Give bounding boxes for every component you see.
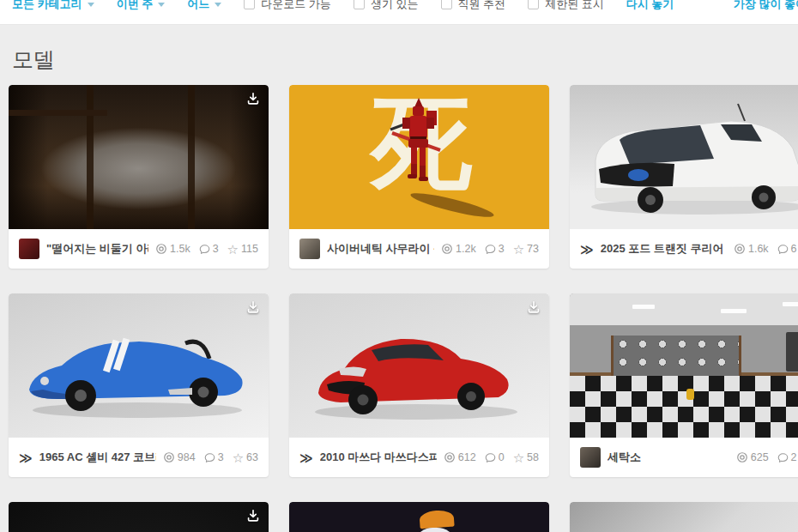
any-dropdown-label: 어느 xyxy=(187,0,209,12)
checkbox-box[interactable] xyxy=(354,0,365,9)
any-dropdown[interactable]: 어느 xyxy=(187,0,221,12)
model-thumbnail[interactable] xyxy=(9,502,269,532)
star-icon: ☆ xyxy=(513,451,524,464)
comments-icon xyxy=(777,452,789,463)
time-dropdown[interactable]: 이번 주 xyxy=(117,0,166,12)
hatchback-illustration xyxy=(289,293,549,438)
card-footer: ≫ 2025 포드 트랜짓 쿠리어 ... 1.6k 6 ☆ xyxy=(570,229,798,269)
views-stat: 612 xyxy=(444,451,476,463)
model-thumbnail[interactable] xyxy=(289,293,549,438)
time-dropdown-label: 이번 주 xyxy=(117,0,154,12)
model-card[interactable] xyxy=(9,502,269,532)
checkbox-staff-picks[interactable]: 직원 추천 xyxy=(441,0,506,12)
model-card[interactable]: "떨어지는 비둘기 아래" ... 1.5k 3 ☆115 xyxy=(9,85,269,269)
thumbnail-art xyxy=(570,376,798,438)
card-footer: 세탁소 625 2 ☆ xyxy=(570,438,798,477)
roadster-illustration xyxy=(9,293,269,438)
thumbnail-art xyxy=(419,510,454,529)
checkbox-box[interactable] xyxy=(244,0,255,9)
checkbox-label: 생기 있는 xyxy=(371,0,419,12)
views-icon xyxy=(441,243,453,255)
comments-stat: 3 xyxy=(485,243,505,255)
download-icon[interactable] xyxy=(245,508,261,523)
views-stat: 1.6k xyxy=(734,243,769,255)
model-card[interactable]: ≫ 2010 마쓰다 마쓰다스피드 3 612 0 ☆58 xyxy=(289,293,549,477)
model-stats: 625 2 ☆ xyxy=(736,451,798,464)
thumbnail-art xyxy=(188,85,195,229)
checkbox-animated[interactable]: 생기 있는 xyxy=(354,0,419,12)
model-title[interactable]: 1965 AC 셸비 427 코브라 ... xyxy=(39,450,156,465)
model-title[interactable]: "떨어지는 비둘기 아래" ... xyxy=(46,241,148,257)
model-card[interactable]: 死 xyxy=(289,85,549,269)
thumbnail-art xyxy=(721,309,747,313)
comments-icon xyxy=(777,244,789,255)
model-thumbnail[interactable] xyxy=(570,502,798,532)
page-title: 모델 xyxy=(12,45,798,74)
model-title[interactable]: 세탁소 xyxy=(608,450,729,465)
card-footer: ≫ 1965 AC 셸비 427 코브라 ... 984 3 ☆63 xyxy=(9,438,269,477)
comments-stat: 3 xyxy=(199,243,219,255)
comments-icon xyxy=(199,244,210,255)
avatar[interactable] xyxy=(299,239,320,259)
download-icon[interactable] xyxy=(245,91,261,106)
views-icon xyxy=(444,451,456,463)
views-icon xyxy=(155,243,167,255)
download-icon[interactable] xyxy=(245,299,261,315)
model-grid: "떨어지는 비둘기 아래" ... 1.5k 3 ☆115 死 xyxy=(9,85,798,532)
checkbox-restricted[interactable]: 제한된 표시 xyxy=(528,0,604,12)
category-dropdown[interactable]: 모든 카테고리 xyxy=(12,0,94,12)
model-thumbnail[interactable] xyxy=(570,293,798,438)
download-icon[interactable] xyxy=(526,299,541,315)
thumbnail-art xyxy=(403,528,467,532)
avatar[interactable] xyxy=(580,447,601,468)
model-thumbnail[interactable] xyxy=(289,502,549,532)
avatar[interactable] xyxy=(19,239,39,259)
views-stat: 1.2k xyxy=(441,243,476,255)
comments-stat: 0 xyxy=(485,451,505,463)
main-content: 모델 "떨어지는 비둘기 아래" ... 1.5k 3 ☆115 xyxy=(0,45,798,532)
model-thumbnail[interactable] xyxy=(570,85,798,229)
model-card[interactable]: ≫ 2025 포드 트랜짓 쿠리어 ... 1.6k 6 ☆ xyxy=(570,85,798,269)
model-stats: 1.2k 3 ☆73 xyxy=(441,243,539,256)
views-stat: 625 xyxy=(736,451,769,463)
model-thumbnail[interactable] xyxy=(9,293,269,438)
star-icon: ☆ xyxy=(513,243,524,256)
likes-stat: ☆58 xyxy=(513,451,539,464)
model-card[interactable]: ≫ 1965 AC 셸비 427 코브라 ... 984 3 ☆63 xyxy=(9,293,269,477)
checkbox-box[interactable] xyxy=(528,0,539,9)
checkbox-label: 제한된 표시 xyxy=(545,0,604,12)
thumbnail-art xyxy=(611,336,741,378)
sort-dropdown[interactable]: 가장 많이 좋아요 xyxy=(734,0,798,12)
chevron-down-icon xyxy=(158,3,165,7)
checkbox-downloadable[interactable]: 다운로드 가능 xyxy=(244,0,331,12)
comments-icon xyxy=(204,452,215,463)
comments-icon xyxy=(485,244,496,255)
thumbnail-art xyxy=(632,305,655,309)
checkbox-label: 다운로드 가능 xyxy=(261,0,331,12)
model-title[interactable]: 2010 마쓰다 마쓰다스피드 3 xyxy=(320,450,437,465)
category-dropdown-label: 모든 카테고리 xyxy=(12,0,82,12)
comments-stat: 2 xyxy=(777,451,797,463)
card-footer: ≫ 2010 마쓰다 마쓰다스피드 3 612 0 ☆58 xyxy=(289,438,549,477)
model-thumbnail[interactable] xyxy=(9,85,269,229)
card-footer: 사이버네틱 사무라이 - 분... 1.2k 3 ☆73 xyxy=(289,229,549,269)
chevron-down-icon xyxy=(215,3,221,7)
model-card[interactable]: 세탁소 625 2 ☆ xyxy=(570,293,798,477)
views-icon xyxy=(734,243,746,255)
thumbnail-art xyxy=(9,110,107,116)
model-title[interactable]: 2025 포드 트랜짓 쿠리어 ... xyxy=(601,241,727,257)
model-stats: 984 3 ☆63 xyxy=(163,451,258,464)
filter-bar: 모든 카테고리 이번 주 어느 다운로드 가능 생기 있는 직원 추천 xyxy=(0,0,798,25)
model-thumbnail[interactable]: 死 xyxy=(289,85,549,229)
model-card[interactable] xyxy=(570,502,798,532)
thumbnail-art xyxy=(570,293,798,325)
comments-stat: 6 xyxy=(777,243,797,255)
chevron-down-icon xyxy=(88,3,94,7)
checkbox-label: 직원 추천 xyxy=(458,0,506,12)
van-illustration xyxy=(570,85,798,229)
checkbox-box[interactable] xyxy=(441,0,452,9)
reset-filters-link[interactable]: 다시 놓기 xyxy=(626,0,674,12)
model-title[interactable]: 사이버네틱 사무라이 - 분... xyxy=(327,241,434,257)
model-card[interactable] xyxy=(289,502,549,532)
double-chevron-icon: ≫ xyxy=(19,451,33,464)
